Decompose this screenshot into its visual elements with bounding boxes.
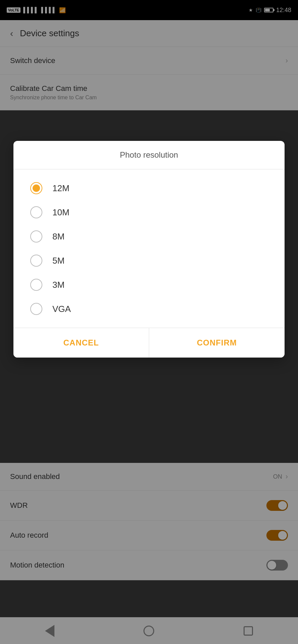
label-vga: VGA (52, 304, 71, 314)
option-8m[interactable]: 8M (30, 224, 271, 249)
radio-8m[interactable] (30, 230, 42, 243)
cancel-button[interactable]: CANCEL (13, 328, 149, 358)
label-10m: 10M (52, 207, 70, 218)
radio-vga[interactable] (30, 303, 42, 315)
radio-12m[interactable] (30, 182, 42, 194)
label-8m: 8M (52, 231, 65, 242)
option-3m[interactable]: 3M (30, 273, 271, 297)
label-5m: 5M (52, 256, 65, 266)
photo-resolution-dialog: Photo resolution 12M 10M 8M 5M 3M (13, 141, 285, 358)
label-12m: 12M (52, 183, 70, 194)
radio-3m[interactable] (30, 279, 42, 291)
confirm-button[interactable]: CONFIRM (149, 328, 285, 358)
option-12m[interactable]: 12M (30, 176, 271, 200)
radio-10m[interactable] (30, 206, 42, 218)
option-10m[interactable]: 10M (30, 200, 271, 224)
dialog-title: Photo resolution (13, 141, 285, 169)
radio-5m[interactable] (30, 255, 42, 267)
dialog-footer: CANCEL CONFIRM (13, 328, 285, 358)
option-vga[interactable]: VGA (30, 297, 271, 321)
label-3m: 3M (52, 280, 65, 290)
option-5m[interactable]: 5M (30, 249, 271, 273)
dialog-body: 12M 10M 8M 5M 3M VGA (13, 169, 285, 328)
